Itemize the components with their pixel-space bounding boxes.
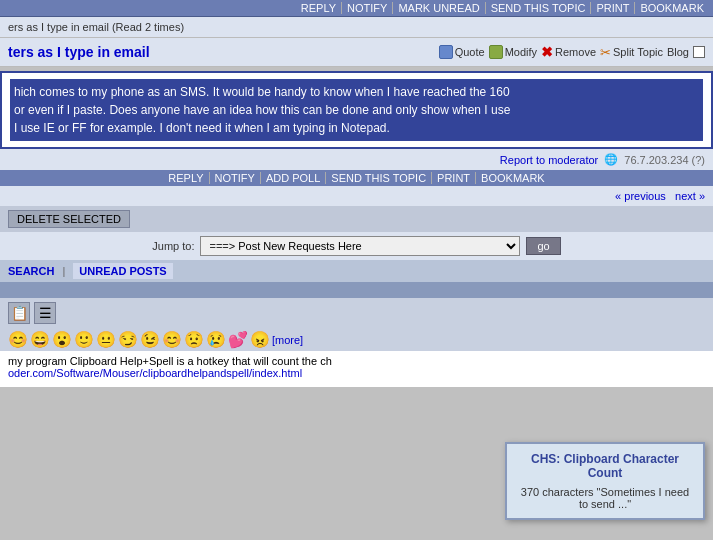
separator: |	[62, 265, 65, 277]
ip-icon: 🌐	[604, 153, 618, 166]
quote-icon	[439, 45, 453, 59]
bottom-action-bar: REPLY NOTIFY ADD POLL SEND THIS TOPIC PR…	[0, 170, 713, 186]
breadcrumb-text: ers as I type in email (Read 2 times)	[8, 21, 184, 33]
modify-icon	[489, 45, 503, 59]
add-poll-link[interactable]: ADD POLL	[261, 172, 326, 184]
compose-text-area: my program Clipboard Help+Spell is a hot…	[0, 351, 713, 387]
emoji-4[interactable]: 🙂	[74, 330, 94, 349]
modify-label: Modify	[505, 46, 537, 58]
search-link[interactable]: SEARCH	[8, 265, 54, 277]
print-link-top[interactable]: PRINT	[591, 2, 635, 14]
print-link-bottom[interactable]: PRINT	[432, 172, 476, 184]
emoji-12[interactable]: 😠	[250, 330, 270, 349]
unread-posts-link[interactable]: UNREAD POSTS	[73, 263, 172, 279]
send-topic-link-top[interactable]: SEND THIS TOPIC	[486, 2, 592, 14]
blog-checkbox[interactable]	[693, 46, 705, 58]
jump-label: Jump to:	[152, 240, 194, 252]
emoji-10[interactable]: 😢	[206, 330, 226, 349]
remove-label: Remove	[555, 46, 596, 58]
jump-go-button[interactable]: go	[526, 237, 560, 255]
bookmark-link-top[interactable]: BOOKMARK	[635, 2, 709, 14]
next-link[interactable]: next »	[675, 190, 705, 202]
delete-selected-button[interactable]: DELETE SELECTED	[8, 210, 130, 228]
modify-button[interactable]: Modify	[489, 45, 537, 59]
jump-to-area: Jump to: ===> Post New Requests Here go	[0, 232, 713, 260]
previous-link[interactable]: « previous	[615, 190, 666, 202]
report-to-moderator-link[interactable]: Report to moderator	[500, 154, 598, 166]
moderator-toolbar: DELETE SELECTED	[0, 206, 713, 232]
emoji-bar: 😊 😄 😮 🙂 😐 😏 😉 😊 😟 😢 💕 😠 [more]	[0, 328, 713, 351]
split-icon: ✂	[600, 45, 611, 60]
jump-select[interactable]: ===> Post New Requests Here	[200, 236, 520, 256]
divider	[0, 282, 713, 298]
post-text: hich comes to my phone as an SMS. It wou…	[10, 79, 703, 141]
emoji-8[interactable]: 😊	[162, 330, 182, 349]
compose-line-1: my program Clipboard Help+Spell is a hot…	[8, 355, 705, 367]
blog-label: Blog	[667, 46, 689, 58]
emoji-9[interactable]: 😟	[184, 330, 204, 349]
ip-address: 76.7.203.234 (?)	[624, 154, 705, 166]
emoji-11[interactable]: 💕	[228, 330, 248, 349]
topic-actions: Quote Modify ✖ Remove ✂ Split Topic Blog	[439, 44, 705, 60]
chs-popup-title: CHS: Clipboard Character Count	[517, 452, 693, 480]
bookmark-link-bottom[interactable]: BOOKMARK	[476, 172, 550, 184]
remove-button[interactable]: ✖ Remove	[541, 44, 596, 60]
navigation-bar: « previous next »	[0, 186, 713, 206]
compose-toolbar: 📋 ☰	[0, 298, 713, 328]
emoji-3[interactable]: 😮	[52, 330, 72, 349]
chs-popup: CHS: Clipboard Character Count 370 chara…	[505, 442, 705, 520]
top-action-bar: REPLY NOTIFY MARK UNREAD SEND THIS TOPIC…	[0, 0, 713, 17]
compose-icon-btn-1[interactable]: 📋	[8, 302, 30, 324]
split-label: Split Topic	[613, 46, 663, 58]
remove-icon: ✖	[541, 44, 553, 60]
emoji-5[interactable]: 😐	[96, 330, 116, 349]
more-emoji-link[interactable]: [more]	[272, 334, 303, 346]
compose-icon-btn-2[interactable]: ☰	[34, 302, 56, 324]
emoji-7[interactable]: 😉	[140, 330, 160, 349]
reply-link-bottom[interactable]: REPLY	[163, 172, 209, 184]
chs-popup-text: 370 characters "Sometimes I need to send…	[517, 486, 693, 510]
notify-link-bottom[interactable]: NOTIFY	[210, 172, 261, 184]
report-area: Report to moderator 🌐 76.7.203.234 (?)	[0, 149, 713, 170]
topic-title-bar: ters as I type in email Quote Modify ✖ R…	[0, 38, 713, 67]
emoji-6[interactable]: 😏	[118, 330, 138, 349]
send-topic-link-bottom[interactable]: SEND THIS TOPIC	[326, 172, 432, 184]
quote-label: Quote	[455, 46, 485, 58]
notify-link-top[interactable]: NOTIFY	[342, 2, 393, 14]
topic-title[interactable]: ters as I type in email	[8, 44, 150, 60]
blog-button[interactable]: Blog	[667, 46, 689, 58]
post-content-area: hich comes to my phone as an SMS. It wou…	[0, 71, 713, 149]
breadcrumb: ers as I type in email (Read 2 times)	[0, 17, 713, 38]
mark-unread-link[interactable]: MARK UNREAD	[393, 2, 485, 14]
split-topic-button[interactable]: ✂ Split Topic	[600, 45, 663, 60]
search-bar: SEARCH | UNREAD POSTS	[0, 260, 713, 282]
emoji-2[interactable]: 😄	[30, 330, 50, 349]
compose-line-2[interactable]: oder.com/Software/Mouser/clipboardhelpan…	[8, 367, 302, 379]
reply-link-top[interactable]: REPLY	[296, 2, 342, 14]
emoji-1[interactable]: 😊	[8, 330, 28, 349]
quote-button[interactable]: Quote	[439, 45, 485, 59]
